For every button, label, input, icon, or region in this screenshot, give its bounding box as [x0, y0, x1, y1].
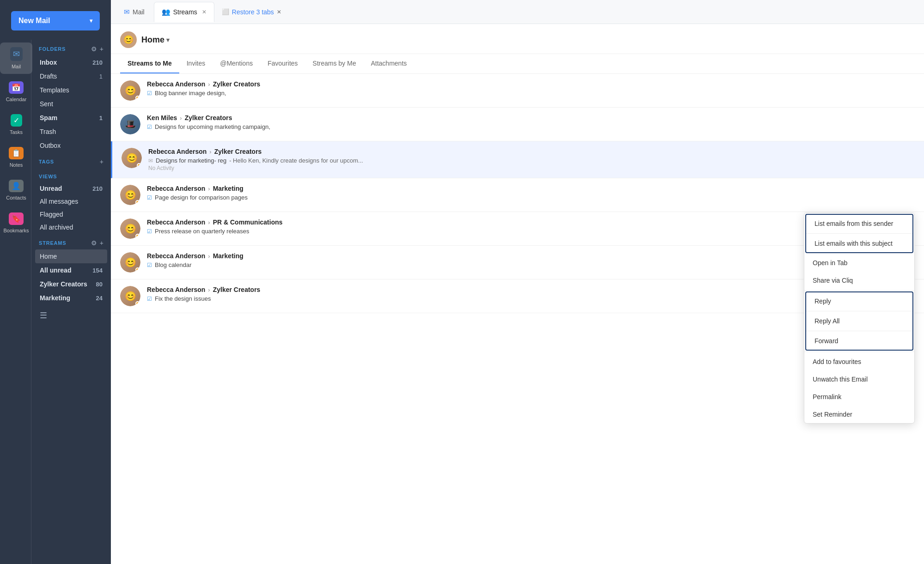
context-menu-list-subject[interactable]: List emails with this subject: [806, 235, 912, 252]
folder-drafts-label: Drafts: [40, 73, 57, 80]
email-no-activity-3: No Activity: [148, 165, 915, 171]
folders-add-icon[interactable]: +: [100, 45, 103, 53]
sidebar-item-calendar[interactable]: 📅 Calendar: [0, 77, 32, 107]
context-divider-4: [806, 331, 912, 331]
tab-streams-close-icon[interactable]: ✕: [202, 9, 207, 15]
sidebar-item-mail[interactable]: ✉ Mail: [0, 42, 32, 74]
email-arrow-7: ›: [208, 286, 210, 293]
folder-trash[interactable]: Trash: [35, 125, 107, 139]
context-menu-set-reminder[interactable]: Set Reminder: [804, 406, 914, 423]
context-set-reminder-label: Set Reminder: [813, 411, 852, 418]
context-list-subject-label: List emails with this subject: [815, 240, 893, 247]
email-list: 😊 Rebecca Anderson › Zylker Creators ☑ B…: [111, 74, 924, 564]
task-icon-1: ☑: [147, 90, 152, 97]
context-menu-unwatch[interactable]: Unwatch this Email: [804, 370, 914, 388]
context-menu-share-cliq[interactable]: Share via Cliq: [804, 272, 914, 289]
home-header: 😊 Home ▾: [111, 24, 924, 54]
email-item-1[interactable]: 😊 Rebecca Anderson › Zylker Creators ☑ B…: [111, 74, 924, 108]
folders-settings-icon[interactable]: ⚙: [91, 45, 97, 53]
folders-label: FOLDERS: [39, 46, 66, 52]
view-all-messages[interactable]: All messages: [35, 195, 107, 208]
sub-tab-invites[interactable]: Invites: [179, 54, 213, 73]
tags-section-header: TAGS +: [35, 152, 107, 168]
view-unread[interactable]: Unread 210: [35, 182, 107, 195]
folders-actions: ⚙ +: [91, 45, 103, 53]
stream-home[interactable]: Home: [35, 249, 107, 263]
home-avatar: 😊: [120, 31, 137, 48]
context-menu-reply[interactable]: Reply: [806, 292, 912, 310]
stream-marketing[interactable]: Marketing 24: [35, 291, 107, 305]
avatar-dot-3: [137, 163, 141, 168]
home-title-button[interactable]: Home ▾: [141, 35, 170, 45]
email-content-2: Ken Miles › Zylker Creators ☑ Designs fo…: [147, 114, 915, 131]
sidebar-item-notes[interactable]: 📋 Notes: [0, 142, 32, 172]
tasks-icon: ✓: [11, 114, 22, 127]
bookmarks-nav-label: Bookmarks: [3, 228, 29, 233]
avatar-dot-6: [135, 267, 140, 272]
email-item-3[interactable]: 😊 Rebecca Anderson › Zylker Creators ✉ D…: [111, 141, 924, 178]
contacts-nav-label: Contacts: [6, 195, 26, 200]
bookmarks-icon: 🔖: [9, 212, 24, 225]
task-icon-7: ☑: [147, 296, 152, 302]
context-permalink-label: Permalink: [813, 393, 841, 400]
avatar-dot-1: [135, 96, 140, 100]
task-icon-4: ☑: [147, 194, 152, 201]
view-all-archived[interactable]: All archived: [35, 221, 107, 234]
sub-tab-favourites[interactable]: Favourites: [260, 54, 305, 73]
context-menu-forward[interactable]: Forward: [806, 332, 912, 350]
restore-close-icon[interactable]: ✕: [277, 9, 281, 15]
email-item-7[interactable]: 😊 Rebecca Anderson › Zylker Creators ☑ F…: [111, 279, 924, 313]
context-menu-add-favourites[interactable]: Add to favourites: [804, 353, 914, 370]
sub-tab-mentions[interactable]: @Mentions: [213, 54, 260, 73]
sidebar-item-contacts[interactable]: 👤 Contacts: [0, 175, 32, 205]
email-channel-7: Zylker Creators: [213, 286, 261, 293]
folder-spam[interactable]: Spam 1: [35, 111, 107, 125]
tags-add-icon[interactable]: +: [100, 158, 103, 165]
sub-tab-attachments[interactable]: Attachments: [364, 54, 414, 73]
folder-templates[interactable]: Templates: [35, 83, 107, 97]
sidebar-collapse-button[interactable]: ☰: [35, 305, 107, 326]
tab-streams[interactable]: 👥 Streams ✕: [154, 2, 214, 22]
new-mail-button[interactable]: New Mail ▾: [11, 11, 100, 30]
restore-tabs-button[interactable]: ⬜ Restore 3 tabs ✕: [216, 6, 287, 18]
context-menu-reply-all[interactable]: Reply All: [806, 312, 912, 330]
folder-inbox[interactable]: Inbox 210: [35, 55, 107, 69]
sub-tab-streams-to-me[interactable]: Streams to Me: [120, 54, 179, 73]
tab-mail[interactable]: ✉ Mail: [116, 2, 152, 22]
streams-add-icon[interactable]: +: [100, 239, 103, 247]
sub-tab-mentions-label: @Mentions: [220, 60, 253, 67]
sidebar-item-bookmarks[interactable]: 🔖 Bookmarks: [0, 208, 32, 238]
context-menu-list-sender[interactable]: List emails from this sender: [806, 215, 912, 232]
sub-tab-streams-by-me[interactable]: Streams by Me: [305, 54, 364, 73]
email-item-2[interactable]: 🎩 Ken Miles › Zylker Creators ☑ Designs …: [111, 108, 924, 141]
view-flagged[interactable]: Flagged: [35, 208, 107, 221]
context-menu: List emails from this sender List emails…: [804, 212, 915, 424]
sidebar-item-tasks[interactable]: ✓ Tasks: [0, 109, 32, 139]
folder-outbox[interactable]: Outbox: [35, 139, 107, 152]
mail-tab-icon: ✉: [124, 8, 130, 16]
email-avatar-6: 😊: [120, 252, 140, 273]
context-menu-permalink[interactable]: Permalink: [804, 388, 914, 406]
email-sender-7: Rebecca Anderson: [147, 286, 205, 293]
tab-streams-label: Streams: [173, 8, 197, 16]
folder-sent[interactable]: Sent: [35, 97, 107, 111]
stream-zylker-creators[interactable]: Zylker Creators 80: [35, 277, 107, 291]
email-item-6[interactable]: 😊 Rebecca Anderson › Marketing ☑ Blog ca…: [111, 246, 924, 279]
email-envelope-icon-3: ✉: [148, 158, 153, 164]
email-subject-4: Page design for comparison pages: [155, 194, 248, 201]
email-item-4[interactable]: 😊 Rebecca Anderson › Marketing ☑ Page de…: [111, 178, 924, 212]
email-item-5[interactable]: 😊 Rebecca Anderson › PR & Communications…: [111, 212, 924, 246]
streams-settings-icon[interactable]: ⚙: [91, 239, 97, 247]
email-channel-5: PR & Communications: [213, 218, 283, 226]
context-reply-all-label: Reply All: [815, 317, 839, 325]
folder-drafts[interactable]: Drafts 1: [35, 69, 107, 83]
tasks-nav-label: Tasks: [10, 129, 23, 135]
email-sender-2: Ken Miles: [147, 114, 177, 121]
email-subject-6: Blog calendar: [155, 261, 192, 268]
email-arrow-1: ›: [208, 81, 210, 88]
stream-home-label: Home: [40, 253, 57, 260]
context-menu-open-tab[interactable]: Open in Tab: [804, 254, 914, 272]
home-title-text: Home: [141, 35, 164, 45]
folder-inbox-label: Inbox: [40, 59, 57, 66]
stream-all-unread[interactable]: All unread 154: [35, 263, 107, 277]
